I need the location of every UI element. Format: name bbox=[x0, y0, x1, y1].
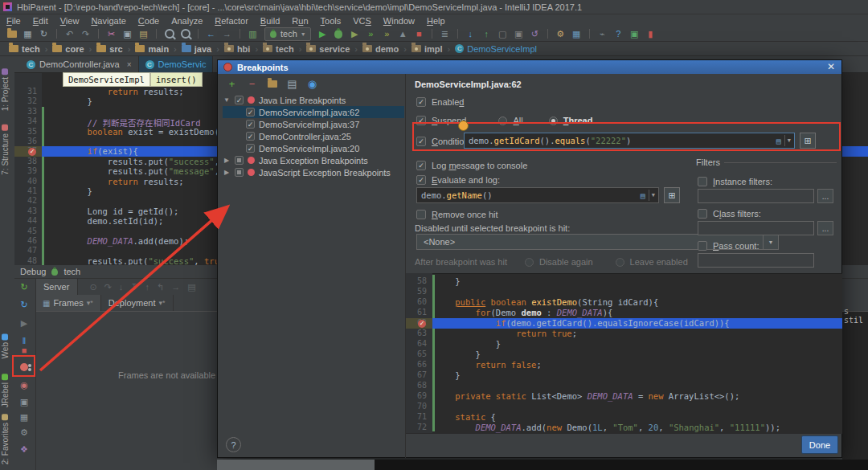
close-icon[interactable]: × bbox=[127, 60, 132, 69]
add-breakpoint-icon[interactable]: + bbox=[226, 78, 238, 90]
stop-icon[interactable]: ■ bbox=[412, 27, 426, 40]
stripe-jrebel[interactable]: JRebel bbox=[1, 374, 10, 407]
goto-source-icon[interactable]: ◉ bbox=[306, 78, 318, 90]
expand-editor-button[interactable]: ⊞ bbox=[800, 133, 816, 149]
close-icon[interactable]: ✕ bbox=[827, 61, 835, 72]
force-step-into-icon[interactable]: ↧ bbox=[130, 282, 137, 292]
settings-icon[interactable]: ⚙ bbox=[18, 426, 31, 439]
expand-editor-button[interactable]: ⊞ bbox=[664, 187, 680, 203]
tree-checkbox[interactable] bbox=[246, 108, 255, 116]
tree-item[interactable]: DemoServiceImpl.java:62 bbox=[223, 106, 404, 118]
vcs-update-icon[interactable]: ↓ bbox=[464, 27, 477, 40]
menu-edit[interactable]: Edit bbox=[33, 16, 48, 26]
enabled-checkbox[interactable] bbox=[416, 97, 426, 107]
instance-filters-browse-button[interactable]: ... bbox=[817, 189, 833, 203]
menu-build[interactable]: Build bbox=[260, 16, 280, 26]
breadcrumb-item-hbi[interactable]: hbi bbox=[222, 44, 253, 54]
leave-enabled-radio[interactable] bbox=[616, 258, 624, 267]
pin-icon[interactable]: ❖ bbox=[18, 443, 31, 456]
breadcrumb-item-core[interactable]: core bbox=[50, 44, 86, 54]
view-breakpoints-icon[interactable] bbox=[18, 361, 31, 374]
breadcrumb-item-tech[interactable]: tech bbox=[6, 44, 43, 54]
forward-icon[interactable]: → bbox=[220, 27, 234, 40]
menu-navigate[interactable]: Navigate bbox=[91, 16, 125, 26]
class-filters-input[interactable] bbox=[698, 221, 814, 235]
settings-icon[interactable]: ⚙ bbox=[554, 27, 567, 40]
profiler-icon[interactable]: ≣ bbox=[438, 27, 452, 40]
update-classes-icon[interactable]: » bbox=[364, 27, 378, 40]
menu-code[interactable]: Code bbox=[138, 16, 159, 26]
chevron-down-icon[interactable]: ▼ bbox=[652, 192, 655, 198]
stop-icon[interactable]: ■ bbox=[18, 344, 31, 357]
attach-icon[interactable]: ▲ bbox=[396, 27, 410, 40]
window-icon[interactable]: ▣ bbox=[628, 27, 641, 40]
instance-filters-checkbox[interactable] bbox=[698, 177, 707, 186]
breadcrumb-item-src[interactable]: src bbox=[94, 44, 125, 54]
tree-toggle-icon[interactable]: ▼ bbox=[223, 96, 231, 104]
breadcrumb-item-service[interactable]: service bbox=[304, 44, 352, 54]
stripe-project[interactable]: 1: Project bbox=[1, 68, 10, 111]
compile-icon[interactable]: ▥ bbox=[246, 27, 260, 40]
step-out-icon[interactable]: ↑ bbox=[145, 282, 150, 292]
menu-window[interactable]: Window bbox=[383, 16, 415, 26]
tree-checkbox[interactable] bbox=[246, 132, 255, 141]
breakpoint-icon[interactable]: ✓ bbox=[418, 320, 426, 328]
replace-icon[interactable] bbox=[178, 27, 192, 40]
cut-icon[interactable]: ✂ bbox=[104, 27, 118, 40]
evaluate-field[interactable]: demo.getName() ▤ ▼ bbox=[416, 187, 659, 203]
project-structure-icon[interactable]: ▦ bbox=[570, 27, 583, 40]
menu-refactor[interactable]: Refactor bbox=[215, 16, 248, 26]
tree-item[interactable]: ▶JavaScript Exception Breakpoints bbox=[223, 166, 404, 178]
evaluate-expression-icon[interactable]: ▤ bbox=[187, 282, 195, 292]
editor-breadcrumb-class[interactable]: DemoServiceImpl bbox=[63, 72, 150, 87]
show-execution-point-icon[interactable]: ⊙ bbox=[89, 282, 96, 292]
tree-checkbox[interactable] bbox=[246, 144, 255, 153]
suspend-checkbox[interactable] bbox=[416, 116, 426, 125]
coverage-icon[interactable]: ▶ bbox=[348, 27, 362, 40]
sync-icon[interactable]: ↻ bbox=[37, 27, 51, 40]
tree-checkbox[interactable] bbox=[235, 96, 244, 104]
disable-again-radio[interactable] bbox=[525, 258, 534, 267]
step-over-icon[interactable]: ↷ bbox=[104, 282, 112, 292]
copy-icon[interactable]: ▣ bbox=[121, 27, 134, 40]
resume-icon[interactable]: ▶ bbox=[18, 317, 31, 329]
run-configuration-combo[interactable]: tech ▼ bbox=[264, 27, 311, 41]
undo-icon[interactable]: ↶ bbox=[63, 27, 76, 40]
update-resources-icon[interactable]: » bbox=[380, 27, 394, 40]
tab-demoserviceimpl[interactable]: C DemoServic bbox=[139, 56, 214, 72]
redo-icon[interactable]: ↷ bbox=[79, 27, 92, 40]
breadcrumb-item-java[interactable]: java bbox=[179, 44, 214, 54]
tree-checkbox[interactable] bbox=[235, 156, 244, 165]
move-to-group-icon[interactable]: ▤ bbox=[286, 78, 298, 90]
log-console-checkbox[interactable] bbox=[416, 161, 426, 170]
rollback-icon[interactable]: ↺ bbox=[528, 27, 542, 40]
menu-analyze[interactable]: Analyze bbox=[171, 16, 203, 26]
remove-once-checkbox[interactable] bbox=[416, 210, 426, 219]
search-icon[interactable] bbox=[162, 27, 176, 40]
vcs-commit-icon[interactable]: ↑ bbox=[480, 27, 493, 40]
save-icon[interactable]: ▦ bbox=[21, 27, 35, 40]
class-filters-browse-button[interactable]: ... bbox=[817, 221, 833, 235]
editor-breadcrumb-method[interactable]: insert() bbox=[150, 72, 203, 87]
open-icon[interactable] bbox=[5, 27, 18, 40]
tree-item[interactable]: ▼Java Line Breakpoints bbox=[223, 94, 404, 106]
menu-run[interactable]: Run bbox=[292, 16, 308, 26]
run-icon[interactable]: ▶ bbox=[316, 27, 330, 40]
done-button[interactable]: Done bbox=[801, 435, 838, 454]
tab-frames[interactable]: ▦Frames▾* bbox=[35, 295, 101, 311]
tree-toggle-icon[interactable]: ▶ bbox=[223, 157, 231, 164]
pass-count-checkbox[interactable] bbox=[698, 241, 707, 251]
rerun-icon[interactable]: ↻ bbox=[18, 280, 31, 293]
lock-icon[interactable]: ▢ bbox=[496, 27, 510, 40]
tab-democontroller[interactable]: C DemoController.java × bbox=[20, 56, 139, 72]
back-icon[interactable]: ← bbox=[204, 27, 218, 40]
paste-icon[interactable]: ▤ bbox=[137, 27, 150, 40]
menu-help[interactable]: Help bbox=[427, 16, 445, 26]
refresh-icon[interactable]: ↻ bbox=[18, 298, 31, 311]
debug-icon[interactable] bbox=[332, 27, 346, 40]
evaluate-checkbox[interactable] bbox=[416, 175, 426, 185]
suspend-thread-radio[interactable] bbox=[549, 116, 558, 125]
tree-item[interactable]: ▶Java Exception Breakpoints bbox=[223, 154, 404, 166]
restore-layout-icon[interactable]: ▦ bbox=[18, 411, 31, 423]
class-filters-checkbox[interactable] bbox=[698, 209, 707, 219]
